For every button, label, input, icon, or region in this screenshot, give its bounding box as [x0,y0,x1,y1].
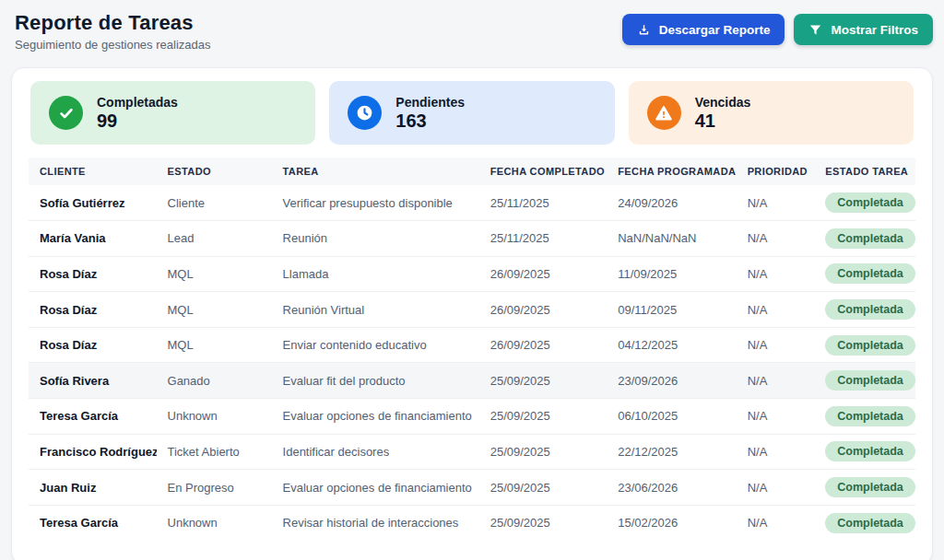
status-badge: Completada [825,370,915,391]
status-badge: Completada [825,441,915,461]
stat-card-vencidas: Vencidas 41 [629,81,914,145]
status-badge: Completada [825,335,915,356]
cell-fecha-programada: 09/11/2025 [607,292,736,328]
tasks-table: CLIENTE ESTADO TAREA FECHA COMPLETADO FE… [29,158,915,541]
cell-cliente: María Vania [29,221,157,257]
cell-tarea: Verificar presupuesto disponible [272,185,479,221]
cell-fecha-completado: 25/09/2025 [479,399,608,435]
cell-tarea: Evaluar opciones de financiamiento [272,470,479,506]
cell-prioridad: N/A [737,434,815,470]
page-title: Reporte de Tareas [15,11,210,35]
cell-estado: Lead [157,221,272,257]
download-button-label: Descargar Reporte [659,23,771,37]
table-row[interactable]: Rosa Díaz MQL Llamada 26/09/2025 11/09/2… [29,256,915,292]
cell-estado: En Progreso [157,470,272,506]
cell-estado: Ticket Abierto [157,434,272,470]
cell-tarea: Evaluar fit del producto [272,363,479,399]
stat-label: Vencidas [695,95,751,110]
cell-prioridad: N/A [737,327,815,363]
cell-tarea: Revisar historial de interacciones [272,505,479,541]
cell-prioridad: N/A [737,363,815,399]
table-row[interactable]: Teresa García Unknown Revisar historial … [29,505,915,541]
stat-value: 163 [395,111,465,132]
download-report-button[interactable]: Descargar Reporte [622,14,785,45]
cell-prioridad: N/A [737,292,815,328]
filters-button-label: Mostrar Filtros [831,23,918,37]
cell-tarea: Reunión Virtual [272,292,479,328]
cell-estado-tarea: Completada [814,399,915,435]
page-header: Reporte de Tareas Seguimiento de gestion… [0,0,944,67]
table-row[interactable]: Sofía Gutiérrez Cliente Verificar presup… [29,185,915,221]
stat-value: 41 [695,111,751,132]
status-badge: Completada [825,299,915,320]
cell-estado: MQL [157,256,272,292]
cell-prioridad: N/A [737,256,815,292]
col-header-estado-tarea: ESTADO TAREA [814,158,915,185]
tasks-table-wrap: CLIENTE ESTADO TAREA FECHA COMPLETADO FE… [12,156,932,541]
cell-fecha-programada: 23/09/2026 [607,363,736,399]
cell-fecha-programada: 24/09/2026 [607,185,736,221]
title-block: Reporte de Tareas Seguimiento de gestion… [15,11,210,52]
cell-estado-tarea: Completada [814,470,915,506]
cell-estado: Unknown [157,399,272,435]
status-badge: Completada [825,228,915,249]
stat-card-completadas: Completadas 99 [30,81,315,145]
cell-cliente: Sofía Gutiérrez [29,185,157,221]
table-row[interactable]: Francisco Rodríguez Ticket Abierto Ident… [29,434,915,470]
stat-card-pendientes: Pendientes 163 [329,81,614,145]
table-row[interactable]: Teresa García Unknown Evaluar opciones d… [29,399,915,435]
cell-fecha-completado: 25/09/2025 [479,434,608,470]
status-badge: Completada [825,192,915,213]
cell-fecha-completado: 26/09/2025 [479,327,608,363]
clock-icon [348,96,382,130]
cell-fecha-programada: 06/10/2025 [607,399,736,435]
cell-cliente: Francisco Rodríguez [29,434,157,470]
cell-cliente: Rosa Díaz [29,292,157,328]
cell-estado-tarea: Completada [814,256,915,292]
table-row[interactable]: María Vania Lead Reunión 25/11/2025 NaN/… [29,221,915,257]
cell-prioridad: N/A [737,399,815,435]
table-row[interactable]: Rosa Díaz MQL Enviar contenido educativo… [29,327,915,363]
stat-label: Pendientes [395,95,465,110]
cell-cliente: Teresa García [29,505,157,541]
page-subtitle: Seguimiento de gestiones realizadas [15,38,210,52]
cell-tarea: Identificar decisores [272,434,479,470]
table-row[interactable]: Juan Ruiz En Progreso Evaluar opciones d… [29,470,915,506]
status-badge: Completada [825,477,915,497]
cell-fecha-completado: 25/09/2025 [479,505,608,541]
header-actions: Descargar Reporte Mostrar Filtros [622,11,933,45]
status-badge: Completada [825,263,915,284]
table-row[interactable]: Rosa Díaz MQL Reunión Virtual 26/09/2025… [29,292,915,328]
cell-fecha-programada: 11/09/2025 [607,256,736,292]
report-card: Completadas 99 Pendientes 163 [11,67,933,560]
cell-estado: Ganado [157,363,272,399]
col-header-tarea: TAREA [272,158,479,185]
table-header-row: CLIENTE ESTADO TAREA FECHA COMPLETADO FE… [29,158,915,185]
stat-text: Pendientes 163 [395,95,465,132]
filter-icon [808,23,822,37]
cell-estado: Cliente [157,185,272,221]
cell-tarea: Evaluar opciones de financiamiento [272,399,479,435]
cell-estado-tarea: Completada [814,185,915,221]
cell-estado-tarea: Completada [814,363,915,399]
cell-fecha-completado: 25/11/2025 [479,185,608,221]
cell-fecha-completado: 25/09/2025 [479,470,608,506]
cell-estado-tarea: Completada [814,221,915,257]
cell-prioridad: N/A [737,221,815,257]
col-header-prioridad: PRIORIDAD [737,158,815,185]
cell-estado: MQL [157,327,272,363]
cell-estado-tarea: Completada [814,434,915,470]
table-row[interactable]: Sofía Rivera Ganado Evaluar fit del prod… [29,363,915,399]
cell-cliente: Sofía Rivera [29,363,157,399]
show-filters-button[interactable]: Mostrar Filtros [794,14,933,45]
stats-row: Completadas 99 Pendientes 163 [12,68,932,156]
download-icon [637,23,651,37]
cell-cliente: Juan Ruiz [29,470,157,506]
warning-icon [647,96,681,130]
cell-fecha-completado: 26/09/2025 [479,256,608,292]
cell-fecha-completado: 25/11/2025 [479,221,608,257]
cell-fecha-completado: 26/09/2025 [479,292,608,328]
cell-prioridad: N/A [737,470,815,506]
cell-estado: MQL [157,292,272,328]
cell-fecha-programada: 04/12/2025 [607,327,736,363]
